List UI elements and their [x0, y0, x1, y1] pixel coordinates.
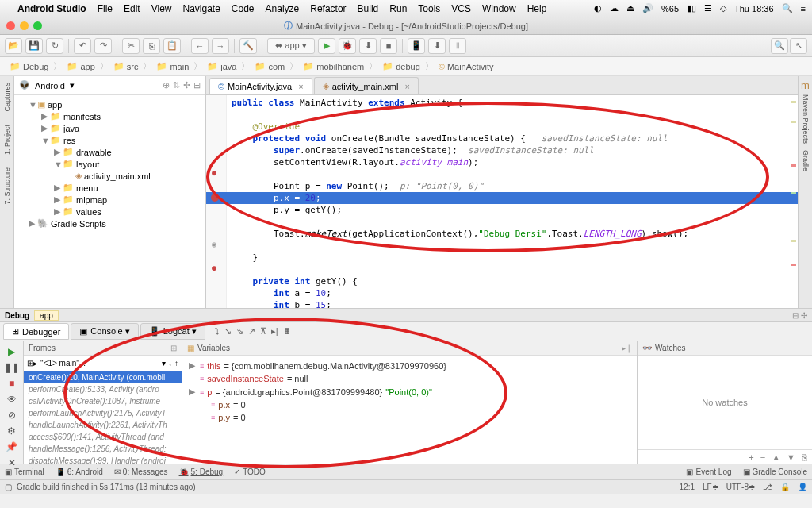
view-breakpoints-button[interactable]: 👁: [7, 394, 17, 405]
editor-tab[interactable]: ©MainActivity.java×: [209, 78, 312, 94]
menu-navigate[interactable]: Navigate: [182, 3, 220, 14]
hide-icon[interactable]: ⊟ ✢: [792, 311, 807, 320]
menu-tools[interactable]: Tools: [418, 3, 440, 14]
notification-icon[interactable]: ≡: [801, 4, 806, 13]
tree-node[interactable]: ▼📁res: [14, 134, 205, 146]
sdk-manager-button[interactable]: ⬇: [428, 38, 446, 54]
code-line[interactable]: [232, 216, 798, 228]
caret-position[interactable]: 12:1: [680, 483, 695, 491]
bottom-left-icon[interactable]: ▢: [5, 483, 12, 491]
code-line[interactable]: public class MainActivity extends Activi…: [232, 97, 798, 109]
add-watch-button[interactable]: +: [749, 452, 753, 462]
ddms-button[interactable]: ⫴: [449, 38, 466, 54]
breadcrumb-item[interactable]: 📁app: [63, 60, 98, 72]
left-strip-tab[interactable]: 1: Project: [2, 121, 12, 158]
minimize-window-button[interactable]: [20, 21, 29, 30]
code-line[interactable]: setContentView(R.layout.activity_main);: [232, 156, 798, 168]
line-ending[interactable]: LF≑: [703, 483, 718, 491]
left-strip-tab[interactable]: Captures: [2, 79, 12, 115]
lock-icon[interactable]: 🔒: [780, 483, 790, 491]
breadcrumb-item[interactable]: 📁mobilhanem: [300, 60, 367, 72]
code-line[interactable]: @Override: [232, 121, 798, 133]
variable-row[interactable]: ≡p.x = 0: [186, 398, 634, 411]
pin-button[interactable]: 📌: [6, 441, 17, 452]
breadcrumb-item[interactable]: 📁com: [251, 60, 288, 72]
paste-button[interactable]: 📋: [163, 38, 181, 54]
debug-panel-header[interactable]: Debug app ⊟ ✢: [0, 308, 812, 322]
breakpoint-marker[interactable]: ●: [212, 262, 216, 274]
close-button[interactable]: ✕: [8, 457, 16, 468]
drop-frame-button[interactable]: ⊼: [260, 326, 266, 337]
menu-window[interactable]: Window: [482, 3, 516, 14]
evaluate-button[interactable]: 🖩: [283, 326, 292, 337]
menu-edit[interactable]: Edit: [124, 3, 140, 14]
breadcrumb-item[interactable]: 📁src: [110, 60, 142, 72]
tree-node[interactable]: ▶🐘Gradle Scripts: [14, 217, 205, 229]
restore-icon[interactable]: ⊞: [170, 344, 177, 352]
bottom-tab[interactable]: ▣Event Log: [686, 468, 731, 476]
spotlight-icon[interactable]: 🔍: [782, 3, 793, 13]
copy-button[interactable]: ⎘: [802, 452, 807, 462]
back-button[interactable]: ←: [191, 38, 209, 54]
bottom-tab[interactable]: ✓TODO: [234, 468, 266, 476]
code-line[interactable]: Point p = new Point(); p: "Point(0, 0)": [232, 180, 798, 192]
git-icon[interactable]: ⎇: [763, 483, 772, 491]
code-line[interactable]: protected void onCreate(Bundle savedInst…: [232, 133, 798, 144]
run-to-cursor-button[interactable]: ▸|: [271, 326, 278, 337]
breadcrumb-item[interactable]: 📁debug: [379, 60, 423, 72]
tree-node[interactable]: ▶📁manifests: [14, 110, 205, 122]
copy-button[interactable]: ⎘: [143, 38, 160, 54]
menu-android-studio[interactable]: Android Studio: [17, 3, 86, 14]
code-line[interactable]: [232, 264, 798, 275]
restore-icon[interactable]: ▸❘: [622, 344, 632, 352]
menu-view[interactable]: View: [151, 3, 172, 14]
thread-selector[interactable]: ⊞▸"<1> main"...▾ ↓ ↑: [24, 356, 182, 371]
redo-button[interactable]: ↷: [94, 38, 112, 54]
battery-icon[interactable]: ▮▯: [687, 3, 696, 13]
stack-frame[interactable]: onCreate():20, MainActivity (com.mobil: [24, 371, 182, 383]
tree-node[interactable]: ▼📁layout: [14, 158, 205, 170]
tree-node[interactable]: ▶📁values: [14, 206, 205, 217]
code-line[interactable]: super.onCreate(savedInstanceState); save…: [232, 144, 798, 156]
step-into-button[interactable]: ↘: [224, 326, 232, 337]
debug-tab-console[interactable]: ▣Console ▾: [71, 323, 138, 340]
variable-row[interactable]: ≡p.y = 0: [186, 411, 634, 424]
collapse-icon[interactable]: ⊕: [163, 80, 170, 90]
up-button[interactable]: ▲: [772, 452, 780, 462]
mute-breakpoints-button[interactable]: ⊘: [8, 410, 16, 421]
breadcrumb-item[interactable]: 📁java: [204, 60, 239, 72]
menu-extra-icon[interactable]: ◐: [594, 3, 602, 13]
menu-vcs[interactable]: VCS: [451, 3, 471, 14]
pause-button[interactable]: ❚❚: [4, 362, 20, 373]
avd-manager-button[interactable]: 📱: [408, 38, 425, 54]
tree-node[interactable]: ▶📁java: [14, 122, 205, 134]
encoding[interactable]: UTF-8≑: [726, 483, 755, 491]
bottom-tab[interactable]: 🐞5: Debug: [179, 468, 224, 476]
forward-button[interactable]: →: [212, 38, 229, 54]
run-button[interactable]: ▶: [318, 38, 335, 54]
maven-icon[interactable]: m: [801, 79, 810, 91]
method-marker[interactable]: ◉: [212, 238, 216, 250]
menu-analyze[interactable]: Analyze: [266, 3, 300, 14]
scroll-icon[interactable]: ⇅: [173, 80, 180, 90]
stack-frame[interactable]: performLaunchActivity():2175, ActivityT: [24, 407, 182, 419]
project-tree[interactable]: ▼▣app▶📁manifests▶📁java▼📁res▶📁drawable▼📁l…: [14, 95, 205, 308]
remove-watch-button[interactable]: −: [760, 452, 765, 462]
breadcrumb-item[interactable]: 📁main: [153, 60, 192, 72]
resume-button[interactable]: ▶: [8, 346, 15, 357]
open-button[interactable]: 📂: [5, 38, 22, 54]
stop-button[interactable]: ■: [9, 378, 14, 389]
tree-node[interactable]: ▶📁mipmap: [14, 194, 205, 206]
cloud-icon[interactable]: ☁: [610, 3, 619, 13]
menu-refactor[interactable]: Refactor: [310, 3, 346, 14]
stack-frame[interactable]: callActivityOnCreate():1087, Instrume: [24, 395, 182, 407]
editor-tab[interactable]: ◈activity_main.xml×: [314, 77, 419, 94]
zoom-window-button[interactable]: [33, 21, 42, 30]
sync-button[interactable]: ↻: [46, 38, 63, 54]
code-editor[interactable]: ● ◉ ● public class MainActivity extends …: [206, 95, 798, 308]
tree-node[interactable]: ◈activity_main.xml: [14, 170, 205, 182]
save-button[interactable]: 💾: [25, 38, 43, 54]
close-tab-icon[interactable]: ×: [298, 82, 303, 91]
code-line[interactable]: private int getY() {: [232, 275, 798, 287]
bottom-tab[interactable]: ▣Terminal: [5, 468, 44, 476]
